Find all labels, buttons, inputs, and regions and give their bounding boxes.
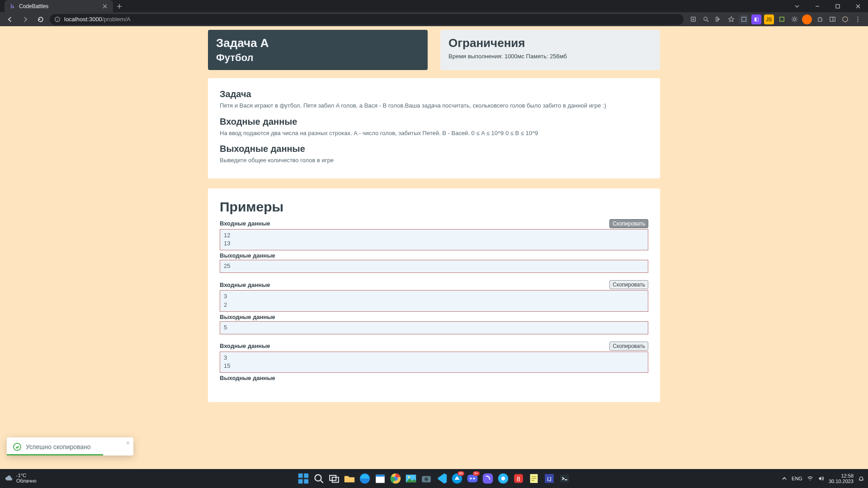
- side-panel-icon[interactable]: [827, 14, 837, 24]
- copy-button[interactable]: Скопировать: [609, 280, 648, 289]
- browser-tab-active[interactable]: |₁ CodeBattles: [5, 0, 113, 12]
- nav-forward-icon[interactable]: [19, 13, 32, 26]
- app-icon-round-blue[interactable]: [497, 472, 509, 485]
- task-view-icon[interactable]: [328, 472, 340, 485]
- window-maximize-icon[interactable]: [827, 0, 848, 12]
- nav-reload-icon[interactable]: [34, 13, 47, 26]
- example-input-box: 12 13: [220, 229, 648, 251]
- extension-icon-2[interactable]: ◧: [751, 14, 761, 24]
- browser-tabstrip: |₁ CodeBattles: [0, 0, 868, 12]
- address-bar[interactable]: localhost:3000/problem/A: [50, 14, 684, 25]
- svg-point-17: [315, 475, 321, 481]
- edge-icon[interactable]: [359, 472, 371, 485]
- svg-rect-16: [304, 479, 308, 483]
- taskbar-clock[interactable]: 12:58 30.10.2023: [829, 473, 854, 484]
- vscode-icon[interactable]: [435, 472, 448, 485]
- ide-icon[interactable]: IJ: [543, 472, 556, 485]
- taskbar-date: 30.10.2023: [829, 479, 854, 484]
- extension-icon-5[interactable]: [802, 14, 812, 24]
- example-input-box: 3 2: [220, 290, 648, 312]
- taskbar-search-icon[interactable]: [312, 472, 325, 485]
- app-icon-red8[interactable]: 8: [512, 472, 525, 485]
- example-output-box: 25: [220, 260, 648, 273]
- examples-card: Примеры Входные данные Скопировать 12 13…: [208, 188, 660, 403]
- limits-text: Время выполнения: 1000мс Память: 256мб: [448, 53, 652, 60]
- tray-volume-icon[interactable]: [818, 475, 824, 482]
- toast-success-icon: [13, 443, 21, 451]
- svg-rect-19: [332, 477, 339, 482]
- notes-icon[interactable]: [528, 472, 540, 485]
- discord-icon[interactable]: 9+: [466, 472, 479, 485]
- svg-point-35: [501, 477, 505, 480]
- example-input-box: 3 15: [220, 352, 648, 373]
- badge: 80: [458, 471, 464, 476]
- extension-icon-3[interactable]: JS: [764, 14, 774, 24]
- taskbar-pinned-apps: 80 9+ 8 IJ: [297, 472, 571, 485]
- copy-button[interactable]: Скопировать: [609, 219, 648, 228]
- task-subtitle: Футбол: [216, 52, 420, 64]
- extension-icon-1[interactable]: [739, 14, 749, 24]
- toast-notification: × Успешно скопировано: [7, 437, 133, 455]
- tray-language[interactable]: ENG: [792, 476, 802, 481]
- toolbar-actions: ◧ JS: [686, 14, 864, 24]
- extensions-puzzle-icon[interactable]: [815, 14, 825, 24]
- tab-close-icon[interactable]: [101, 3, 108, 10]
- camera-icon[interactable]: [420, 472, 433, 485]
- gallery-icon[interactable]: [405, 472, 417, 485]
- svg-point-11: [857, 19, 858, 19]
- svg-point-10: [857, 17, 858, 18]
- section-output-text: Выведите общее количество голов в игре: [220, 156, 648, 165]
- notification-bell-icon[interactable]: [858, 475, 864, 482]
- section-input-heading: Входные данные: [220, 117, 648, 127]
- toast-text: Успешно скопировано: [26, 443, 91, 450]
- example-output-label: Выходные данные: [220, 314, 275, 320]
- zoom-icon[interactable]: [701, 14, 711, 24]
- chrome-menu-icon[interactable]: [853, 14, 863, 24]
- terminal-icon[interactable]: [558, 472, 571, 485]
- file-explorer-icon[interactable]: [343, 472, 356, 485]
- svg-rect-15: [298, 479, 303, 483]
- taskbar-system-tray: ENG 12:58 30.10.2023: [782, 473, 868, 484]
- window-close-icon[interactable]: [848, 0, 868, 12]
- profile-avatar-icon[interactable]: [840, 14, 850, 24]
- calendar-app-icon[interactable]: [374, 472, 387, 485]
- site-info-icon[interactable]: [54, 16, 61, 23]
- window-chevron-icon[interactable]: [787, 0, 807, 12]
- viber-icon[interactable]: [481, 472, 494, 485]
- taskbar-weather[interactable]: -1°C Облачно: [0, 473, 37, 483]
- example-output-label: Выходные данные: [220, 375, 275, 381]
- toast-close-icon[interactable]: ×: [126, 439, 130, 446]
- task-title: Задача A: [216, 36, 420, 50]
- new-tab-button[interactable]: [113, 0, 126, 12]
- app-icon-blue[interactable]: 80: [451, 472, 463, 485]
- example-block: Входные данные Скопировать 12 13 Выходны…: [220, 219, 648, 273]
- start-button[interactable]: [297, 472, 310, 485]
- tray-chevron-up-icon[interactable]: [782, 476, 787, 481]
- svg-rect-0: [836, 5, 840, 8]
- example-output-box: 5: [220, 321, 648, 334]
- weather-cloud-icon: [5, 474, 14, 483]
- badge: 9+: [473, 471, 480, 476]
- chrome-icon[interactable]: [389, 472, 402, 485]
- bookmark-star-icon[interactable]: [726, 14, 736, 24]
- window-controls: [787, 0, 868, 12]
- extension-icon-4[interactable]: [777, 14, 787, 24]
- install-app-icon[interactable]: [688, 14, 698, 24]
- example-output-label: Выходные данные: [220, 252, 275, 259]
- tray-wifi-icon[interactable]: [807, 475, 813, 482]
- nav-back-icon[interactable]: [4, 13, 16, 26]
- section-task-heading: Задача: [220, 89, 648, 99]
- problem-statement-card: Задача Петя и Вася играют в футбол. Петя…: [208, 78, 660, 178]
- limits-card: Ограничения Время выполнения: 1000мс Пам…: [440, 30, 660, 70]
- page-content: Задача A Футбол Ограничения Время выполн…: [208, 26, 660, 402]
- svg-point-28: [425, 477, 428, 481]
- extension-settings-icon[interactable]: [789, 14, 799, 24]
- page-viewport[interactable]: Задача A Футбол Ограничения Время выполн…: [0, 26, 868, 469]
- share-icon[interactable]: [713, 14, 723, 24]
- example-block: Входные данные Скопировать 3 2 Выходные …: [220, 280, 648, 334]
- window-minimize-icon[interactable]: [807, 0, 827, 12]
- copy-button[interactable]: Скопировать: [609, 342, 648, 351]
- svg-rect-22: [376, 475, 385, 477]
- examples-title: Примеры: [220, 199, 648, 215]
- toast-progress-bar: [7, 454, 103, 455]
